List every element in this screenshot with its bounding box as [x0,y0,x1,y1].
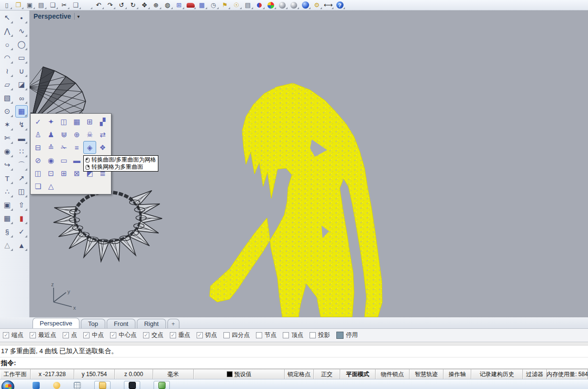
taskbar-app-calculator[interactable] [74,381,81,389]
pyramid-gold-icon[interactable]: ▲ [15,239,28,251]
mesh-bucket-icon[interactable]: ⋓ [57,128,70,141]
rotate-view-left-icon[interactable]: ↺ [116,0,127,10]
status-units[interactable]: 毫米 [153,369,194,379]
rotate-view-right-icon[interactable]: ↻ [128,0,138,10]
checkbox[interactable] [63,332,69,338]
render-sphere-icon[interactable] [277,0,288,10]
status-filter[interactable]: 过滤器 [523,369,547,379]
undo-icon[interactable]: ↶ [93,0,104,10]
mesh-patch-icon[interactable]: ❖ [96,141,109,154]
cut-icon[interactable]: ✂ [59,0,69,10]
mesh-strip2-icon[interactable]: ▬ [70,154,83,167]
new-file-icon[interactable]: ▯ [1,0,12,10]
torus-icon[interactable] [254,0,265,10]
mesh-repair-icon[interactable]: ✦ [44,115,57,128]
tab-new[interactable]: + [167,319,179,328]
mesh-hole-icon[interactable]: ⊡ [44,167,57,180]
point-pair-icon[interactable]: ∷ [15,145,28,158]
osnap-intersection[interactable]: 交点 [143,331,164,339]
mesh-check-icon[interactable]: ✓ [32,115,44,128]
tab-right[interactable]: Right [137,319,166,328]
mesh-split-a-icon[interactable]: ⊞ [57,167,70,180]
trim-icon[interactable]: ✄ [1,132,13,144]
mesh-add-icon[interactable]: ⊕ [70,128,83,141]
zoom-extents-icon[interactable]: ⊕ [151,0,161,10]
twist-icon[interactable]: § [1,226,13,238]
checkbox[interactable] [256,332,262,338]
osnap-center[interactable]: 中心点 [110,331,137,339]
command-prompt[interactable]: 指令: [0,357,588,368]
status-layer[interactable]: 预设值 [194,369,285,379]
mesh-drape-icon[interactable]: ≙ [44,141,57,154]
surface-3pt-icon[interactable]: ▱ [1,78,13,91]
checkbox[interactable] [283,332,289,338]
ellipse-icon[interactable]: ◯ [15,38,28,51]
pan-view-icon[interactable]: ✥ [139,0,150,10]
save-file-icon[interactable]: ▣ [24,0,35,10]
render-car-icon[interactable] [185,0,196,10]
render-sphere-2-icon[interactable] [288,0,299,10]
angle-clock-icon[interactable]: ◷ [208,0,219,10]
arc-icon[interactable]: ◠ [1,52,13,64]
new-model-icon[interactable] [82,0,92,10]
hatch-icon[interactable]: ▬ [15,132,28,144]
mesh-walk-icon[interactable]: ▞ [96,115,109,128]
checkbox[interactable] [110,332,116,338]
taskbar-app-explorer[interactable] [94,381,111,389]
mesh-skull-icon[interactable]: ☠ [83,128,96,141]
status-planar[interactable]: 平面模式 [340,369,376,379]
status-gumball[interactable]: 操作轴 [444,369,471,379]
status-smarttrack[interactable]: 智慧轨迹 [410,369,444,379]
taskbar-app-green[interactable] [154,381,170,389]
taskbar-app-photoshop[interactable] [124,381,140,389]
osnap-knot[interactable]: 节点 [256,331,277,339]
grid-points-icon[interactable]: ▦ [1,212,13,225]
extrude-up-icon[interactable]: ⇧ [15,199,28,211]
tilt-plane-icon[interactable]: ◫ [15,185,28,198]
mesh-disc-icon[interactable]: ⊘ [32,154,44,167]
tab-top[interactable]: Top [81,319,105,328]
mesh-window-icon[interactable]: ◫ [57,115,70,128]
polyline-icon[interactable]: ⋀ [1,25,13,37]
tab-front[interactable]: Front [107,319,135,328]
help-icon[interactable]: ? [334,0,345,10]
print-icon[interactable]: ▤ [36,0,46,10]
scale-arrow-icon[interactable]: ↗ [15,172,28,184]
mesh-unify-icon[interactable]: ⊟ [32,141,44,154]
mesh-scissors-icon[interactable]: ✁ [57,141,70,154]
lightning-icon[interactable]: ↯ [15,119,28,131]
lamp-icon[interactable]: ☉ [231,0,242,10]
taskbar-app-qq[interactable] [53,381,60,389]
osnap-disable[interactable]: 停用 [336,331,358,339]
status-osnap[interactable]: 物件锁点 [376,369,410,379]
status-memory[interactable]: 内存使用量: 584 [547,369,588,379]
disable-swatch[interactable] [336,332,344,339]
mesh-planes-icon[interactable]: ≡ [70,141,83,154]
mesh-split-b-icon[interactable]: ⊠ [70,167,83,180]
render-sphere-blue-icon[interactable] [300,0,311,10]
freeform-curve-icon[interactable]: ≀ [1,65,13,77]
check-icon[interactable]: ✓ [15,226,28,238]
status-history[interactable]: 记录建构历史 [471,369,523,379]
checkbox[interactable] [143,332,149,338]
point-grid-icon[interactable]: ▦ [197,0,207,10]
mesh-hammer2-icon[interactable]: ♟ [44,128,57,141]
mesh-collapse-icon[interactable]: ❏ [32,180,44,193]
checkbox[interactable] [197,332,203,338]
viewport-title[interactable]: Perspective ▾ [33,12,80,20]
pyramid-gray-icon[interactable]: △ [1,239,13,251]
mesh-grid-plus-icon[interactable]: ⊞ [83,115,96,128]
flag-icon[interactable]: ⚑ [220,0,230,10]
osnap-vertex[interactable]: 顶点 [283,331,303,339]
checkbox[interactable] [223,332,230,338]
status-x[interactable]: x -217.328 [31,369,74,379]
mesh-tools-icon[interactable]: ▦ [15,105,28,118]
mesh-triangle-icon[interactable]: △ [44,180,57,193]
color-wheel-icon[interactable] [266,0,276,10]
checkbox[interactable] [310,332,316,338]
osnap-point[interactable]: 点 [63,331,78,339]
open-file-icon[interactable]: ❐ [13,0,23,10]
checkbox[interactable] [170,332,176,338]
explode-icon[interactable]: ✶ [1,119,13,131]
gear-icon[interactable]: ⚙ [311,0,322,10]
